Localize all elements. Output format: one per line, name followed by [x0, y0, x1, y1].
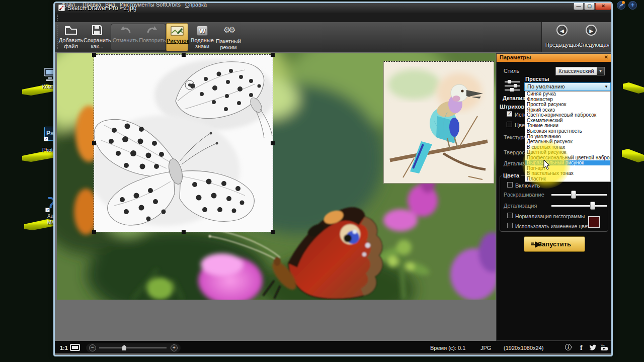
menu-tools[interactable]: Инструменты	[118, 1, 156, 8]
preset-option[interactable]: Схематический	[525, 118, 610, 124]
presets-dropdown-list: Синяя ручка Фломастер Простой рисунок Яр…	[525, 91, 611, 182]
panel-close-icon[interactable]: ✕	[604, 54, 608, 60]
facebook-icon[interactable]: f	[580, 344, 583, 352]
menu-bar	[55, 13, 611, 22]
zoom-control: − +	[86, 343, 181, 352]
file-format: JPG	[480, 345, 491, 351]
selection-handle[interactable]	[182, 230, 186, 234]
desktop-shelf	[622, 149, 644, 162]
processing-time: Время (с): 0.1	[430, 345, 465, 351]
preset-option[interactable]: Синяя ручка	[525, 92, 610, 97]
selection-handle[interactable]	[271, 230, 275, 234]
batch-mode-button[interactable]: ⚙⚙ Пакетныйрежим	[215, 23, 242, 51]
youtube-icon[interactable]: You	[600, 344, 608, 352]
preset-option[interactable]: По умолчанию	[525, 134, 610, 139]
style-combobox[interactable]: Классический▼	[555, 67, 605, 75]
fit-screen-icon[interactable]	[70, 344, 80, 351]
colorize-slider-thumb[interactable]	[571, 191, 576, 199]
color-checkbox[interactable]	[507, 122, 512, 127]
watermark-icon: W	[197, 26, 208, 36]
close-button[interactable]: ✕	[595, 3, 611, 10]
preset-option-highlighted[interactable]: Выразительный рисунок	[525, 160, 610, 166]
preset-option[interactable]: Яркий эскиз	[525, 108, 610, 113]
maximize-button[interactable]: ▢	[584, 3, 595, 10]
chevron-down-icon: ▼	[597, 67, 604, 75]
undo-button[interactable]: Отменить	[112, 23, 139, 51]
presets-combobox[interactable]: По умолчанию▼	[524, 82, 611, 91]
panel-header[interactable]: Параметры✕	[497, 54, 611, 62]
info-icon[interactable]: i	[565, 344, 572, 350]
minimize-button[interactable]: —	[574, 3, 584, 10]
selection-handle[interactable]	[92, 53, 96, 57]
redo-icon	[139, 24, 166, 37]
zoom-widget-icon[interactable]: +	[628, 1, 637, 10]
zoom-slider-thumb[interactable]	[122, 345, 126, 350]
menu-file[interactable]: Файл	[59, 1, 77, 8]
menu-view[interactable]: Вид	[103, 1, 117, 8]
detail-label-left: Детализа	[504, 160, 528, 166]
image-resolution: (1920x1080x24)	[504, 345, 544, 351]
toolbar-grip[interactable]	[57, 25, 58, 49]
preset-option[interactable]: Цветной рисунок	[525, 150, 610, 155]
preset-option[interactable]: Детальный рисунок	[525, 139, 610, 145]
normalize-checkbox[interactable]	[507, 213, 513, 218]
color-swatch[interactable]	[588, 216, 600, 228]
preset-option[interactable]: В пастельных тонах	[525, 171, 610, 176]
menu-help[interactable]: Справка	[183, 1, 209, 8]
enable-label: Включить	[515, 183, 540, 189]
twitter-icon[interactable]	[589, 344, 597, 352]
preset-option[interactable]: Светло-коричневый набросок	[525, 113, 610, 118]
preset-option[interactable]: Высокая контрастность	[525, 129, 610, 134]
selection-handle[interactable]	[271, 141, 275, 145]
run-button[interactable]: Запустить	[524, 236, 585, 252]
detail-slider-track[interactable]	[551, 205, 607, 207]
previous-image-button[interactable]: ◀	[556, 25, 568, 36]
shortcut-arrow-icon: ↗	[45, 208, 50, 212]
watermark-button[interactable]: W Водяныезнаки	[190, 23, 214, 51]
picture-icon	[167, 25, 188, 38]
toolbar-grip[interactable]	[57, 15, 58, 21]
color-change-checkbox[interactable]	[507, 223, 513, 228]
preset-option[interactable]: Фломастер	[525, 97, 610, 103]
selection-handle[interactable]	[92, 230, 96, 234]
next-image-button[interactable]: ▶	[586, 25, 597, 36]
preset-option[interactable]: Поп-арт	[525, 165, 610, 171]
computer-icon-label: Комп	[42, 84, 54, 89]
recorder-widget-icon[interactable]	[617, 1, 625, 10]
sketch-preview[interactable]	[94, 54, 273, 232]
zoom-in-button[interactable]: +	[171, 344, 178, 351]
add-file-button[interactable]: Добавитьфайл	[58, 23, 84, 51]
previous-label: Предыдущая	[545, 42, 579, 48]
parameters-panel: Параметры✕ Стиль Классический▼ Пресеты П…	[496, 53, 611, 341]
colorize-slider-track[interactable]	[551, 194, 607, 196]
save-as-button[interactable]: Сохранитькак...	[84, 23, 111, 51]
menu-edit[interactable]: Правка	[80, 1, 103, 8]
preset-option[interactable]: Тонкие линии	[525, 123, 610, 129]
plus-icon: +	[631, 2, 634, 9]
status-bar: 1:1 − + Время (с): 0.1 JPG (1920x1080x24…	[55, 341, 611, 353]
preset-option[interactable]: Профессиональный цветной набросок	[525, 155, 610, 160]
selection-handle[interactable]	[182, 53, 186, 57]
redo-button[interactable]: Повторить	[139, 23, 166, 51]
preset-option[interactable]: Простой рисунок	[525, 102, 610, 108]
use-checkbox[interactable]	[507, 111, 512, 117]
zoom-out-button[interactable]: −	[89, 344, 96, 351]
enable-checkbox[interactable]	[507, 182, 513, 188]
hardness-label: Твердост	[504, 149, 527, 155]
folder-icon	[58, 24, 84, 37]
shortcut-icon-label1: Ха	[47, 213, 53, 219]
picture-tool-button[interactable]: Рисунок	[166, 23, 188, 51]
normalize-label: Нормализация гистограммы	[515, 213, 585, 219]
detail-group-label: Детализ	[503, 95, 525, 101]
zoom-slider-track[interactable]	[99, 347, 167, 348]
bird-sketch-preview[interactable]	[383, 61, 494, 184]
menu-softorbits[interactable]: SoftOrbits	[154, 1, 183, 8]
selection-handle[interactable]	[92, 141, 96, 145]
hatch-group-label: Штрихов	[500, 104, 524, 110]
navigation-panel	[541, 22, 611, 52]
floppy-icon	[84, 24, 111, 37]
preset-option[interactable]: Пластик	[525, 176, 610, 182]
preset-option[interactable]: В светлых тонах	[525, 144, 610, 150]
selection-handle[interactable]	[271, 53, 275, 57]
detail-slider-thumb[interactable]	[590, 202, 595, 210]
